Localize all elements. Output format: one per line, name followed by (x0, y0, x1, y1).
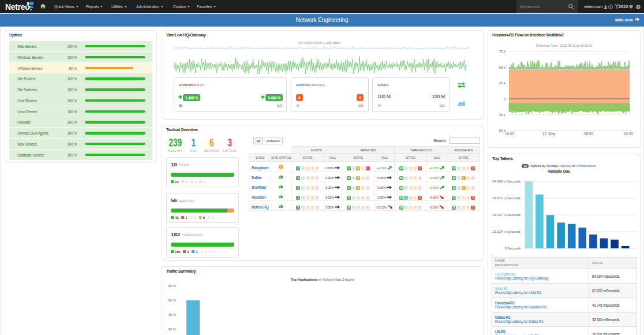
svg-text:50 k: 50 k (499, 66, 506, 69)
svg-text:30 %: 30 % (168, 327, 176, 331)
svg-text:0 Seconds: 0 Seconds (505, 247, 521, 250)
svg-text:08:00: 08:00 (584, 132, 593, 136)
svg-text:?: ? (637, 5, 639, 8)
svg-text:12. May: 12. May (542, 132, 556, 136)
svg-text:25 k: 25 k (499, 113, 506, 117)
svg-text:16:00: 16:00 (624, 132, 633, 136)
svg-text:50 %: 50 % (168, 299, 176, 302)
svg-text:75 k: 75 k (499, 50, 506, 53)
svg-text:0: 0 (504, 97, 506, 100)
svg-text:c: c (610, 5, 612, 8)
svg-text:60 %: 60 % (168, 284, 176, 288)
svg-text:21.024 m Seconds: 21.024 m Seconds (493, 230, 521, 233)
svg-text:40 %: 40 % (168, 313, 176, 317)
svg-text:84.094 m Seconds: 84.094 m Seconds (493, 180, 521, 183)
svg-text:42.047 m Seconds: 42.047 m Seconds (493, 213, 521, 217)
svg-text:16:00: 16:00 (505, 132, 514, 136)
svg-text:63.071 m Seconds: 63.071 m Seconds (493, 196, 521, 200)
svg-text:25 k: 25 k (499, 81, 506, 85)
